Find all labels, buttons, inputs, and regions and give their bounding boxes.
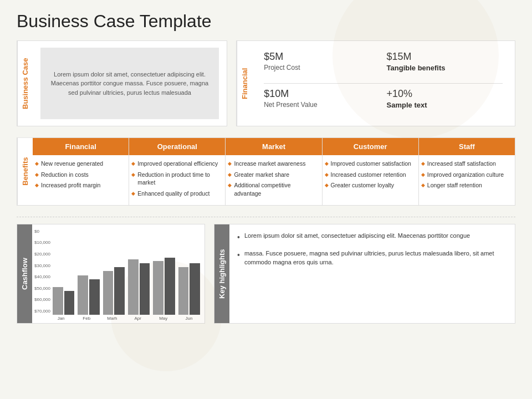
key-highlights-content: • Lorem ipsum dolor sit amet, consectetu… [229, 224, 515, 323]
chart-area: $70,000 $60,000 $50,000 $40,000 $30,000 … [32, 224, 204, 323]
benefit-item: ◆ Increased customer retention [325, 171, 414, 179]
benefit-body-customer: ◆ Improved customer satisfaction ◆ Incre… [323, 155, 418, 205]
benefit-item: ◆ Increased staff satisfaction [421, 160, 510, 168]
benefits-side-label: Benefits [17, 138, 33, 205]
bar-gray-feb [78, 275, 88, 315]
bar-dark-feb [89, 279, 100, 315]
benefit-header-financial: Financial [33, 138, 129, 155]
bar-dark-mar [114, 267, 125, 315]
diamond-icon: ◆ [35, 182, 39, 189]
benefit-item: ◆ Increase market awareness [228, 160, 317, 168]
bar-dark-jan [64, 291, 75, 315]
benefit-col-operational: Operational ◆ Improved operational effic… [129, 138, 226, 205]
benefit-header-operational: Operational [129, 138, 225, 155]
diamond-icon: ◆ [228, 171, 232, 178]
benefit-body-financial: ◆ New revenue generated ◆ Reduction in c… [33, 155, 129, 205]
benefit-col-customer: Customer ◆ Improved customer satisfactio… [323, 138, 419, 205]
benefit-item: ◆ Additional competitive advantage [228, 181, 317, 197]
diamond-icon: ◆ [325, 171, 329, 178]
diamond-icon: ◆ [131, 171, 135, 178]
benefit-item: ◆ Greater market share [228, 171, 317, 179]
benefit-item: ◆ Longer staff retention [421, 181, 510, 190]
financial-side-label: Financial [237, 41, 252, 126]
diamond-icon: ◆ [325, 182, 329, 189]
diamond-icon: ◆ [228, 182, 232, 189]
y-label: $10,000 [34, 240, 50, 245]
benefit-header-staff: Staff [419, 138, 515, 155]
diamond-icon: ◆ [228, 160, 232, 167]
benefit-item: ◆ Improved operational efficiency [131, 160, 221, 168]
bar-gray-jan [53, 287, 63, 315]
bar-pair-jun [178, 263, 200, 315]
bar-gray-jun [178, 267, 189, 315]
benefit-item: ◆ Improved customer satisfaction [325, 160, 414, 168]
x-label-jan: Jan [50, 316, 72, 321]
benefit-item: ◆ New revenue generated [35, 160, 124, 168]
benefit-col-staff: Staff ◆ Increased staff satisfaction ◆ I… [419, 138, 515, 205]
y-label: $0 [34, 229, 50, 234]
page: Business Case Template Business Case Lor… [0, 0, 532, 399]
bar-pair-may [153, 258, 175, 315]
business-case-side-label: Business Case [17, 41, 33, 126]
bar-pair-feb [78, 275, 99, 315]
diamond-icon: ◆ [421, 182, 425, 189]
business-case-content: Lorem ipsum dolor sit amet, consectetuer… [33, 41, 227, 126]
highlight-item-1: • Lorem ipsum dolor sit amet, consectetu… [237, 231, 507, 243]
highlight-text-1: Lorem ipsum dolor sit amet, consectetuer… [244, 231, 470, 241]
bar-pair-mar [103, 267, 125, 315]
bar-gray-mar [103, 271, 114, 315]
diamond-icon: ◆ [131, 160, 135, 167]
diamond-icon: ◆ [421, 160, 425, 167]
benefit-item: ◆ Reduction in costs [35, 171, 124, 179]
section-divider [17, 217, 515, 217]
bar-dark-may [165, 258, 175, 315]
benefit-col-market: Market ◆ Increase market awareness ◆ Gre… [226, 138, 322, 205]
diamond-icon: ◆ [421, 171, 425, 178]
diamond-icon: ◆ [35, 160, 39, 167]
benefit-item: ◆ Improved organization culture [421, 171, 510, 179]
bar-dark-jun [190, 263, 200, 315]
y-label: $70,000 [34, 309, 50, 314]
bars-group [53, 229, 200, 315]
benefit-item: ◆ Reduction in product time to market [131, 171, 221, 187]
y-label: $30,000 [34, 263, 50, 268]
x-label-feb: Feb [75, 316, 98, 321]
benefit-body-staff: ◆ Increased staff satisfaction ◆ Improve… [419, 155, 515, 205]
y-label: $20,000 [34, 252, 50, 257]
y-label: $40,000 [34, 274, 50, 279]
highlight-text-2: massa. Fusce posuere, magna sed pulvinar… [244, 249, 507, 267]
y-axis: $70,000 $60,000 $50,000 $40,000 $30,000 … [34, 229, 50, 315]
business-case-text: Lorem ipsum dolor sit amet, consectetuer… [40, 48, 219, 119]
bar-gray-apr [128, 259, 139, 315]
benefit-body-operational: ◆ Improved operational efficiency ◆ Redu… [129, 155, 225, 205]
highlight-item-2: • massa. Fusce posuere, magna sed pulvin… [237, 249, 507, 267]
y-label: $60,000 [34, 297, 50, 302]
benefit-item: ◆ Increased profit margin [35, 181, 124, 190]
cashflow-panel: Cashflow $70,000 $60,000 $50,000 $40,000… [17, 224, 205, 324]
bar-dark-apr [140, 263, 150, 315]
bottom-section: Cashflow $70,000 $60,000 $50,000 $40,000… [17, 224, 515, 324]
bullet-icon-1: • [237, 232, 240, 243]
bar-pair-apr [128, 259, 150, 315]
key-highlights-panel: Key highlights • Lorem ipsum dolor sit a… [214, 224, 515, 324]
benefits-section: Benefits Financial ◆ New revenue generat… [17, 137, 515, 206]
benefit-item: ◆ Enhanced quality of product [131, 190, 221, 198]
business-case-panel: Business Case Lorem ipsum dolor sit amet… [17, 40, 227, 126]
diamond-icon: ◆ [35, 171, 39, 178]
benefit-body-market: ◆ Increase market awareness ◆ Greater ma… [226, 155, 321, 205]
key-highlights-side-label: Key highlights [214, 224, 229, 323]
y-label: $50,000 [34, 286, 50, 291]
benefit-item: ◆ Greater customer loyalty [325, 181, 414, 190]
benefit-header-customer: Customer [323, 138, 418, 155]
cashflow-side-label: Cashflow [17, 224, 32, 323]
bar-pair-jan [53, 287, 74, 315]
bullet-icon-2: • [237, 249, 240, 261]
chart-container: $70,000 $60,000 $50,000 $40,000 $30,000 … [34, 229, 200, 315]
benefit-col-financial: Financial ◆ New revenue generated ◆ Redu… [33, 138, 129, 205]
diamond-icon: ◆ [131, 190, 135, 197]
diamond-icon: ◆ [325, 160, 329, 167]
bar-gray-may [153, 261, 163, 315]
benefits-content: Financial ◆ New revenue generated ◆ Redu… [33, 138, 515, 205]
benefit-header-market: Market [226, 138, 321, 155]
